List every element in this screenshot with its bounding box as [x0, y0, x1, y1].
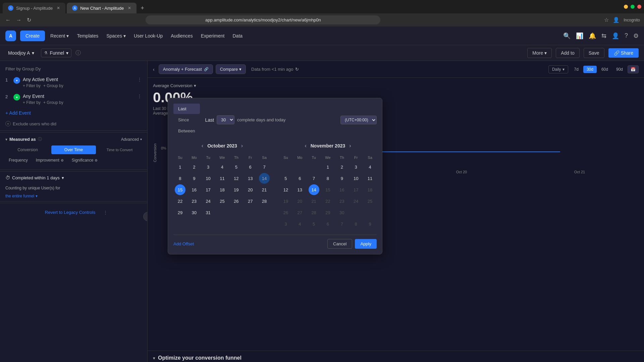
dp-nov-3[interactable]: 3 [351, 162, 361, 172]
dp-oct-10[interactable]: 10 [203, 173, 214, 184]
dp-oct-28[interactable]: 28 [259, 196, 270, 206]
nav-recent[interactable]: Recent ▾ [46, 31, 73, 41]
event-menu-1[interactable]: ⋮ [137, 77, 142, 82]
dp-oct-21[interactable]: 21 [259, 184, 270, 195]
dp-nov-prev[interactable]: ‹ [303, 141, 308, 150]
dp-nov-r6-2[interactable]: 4 [294, 219, 305, 229]
dp-add-offset-button[interactable]: Add Offset [173, 241, 194, 246]
entire-funnel[interactable]: the entire funnel ▾ [0, 192, 147, 200]
refresh-icon[interactable]: ↻ [295, 67, 299, 72]
dp-nov-24[interactable]: 24 [351, 196, 361, 206]
close-button[interactable] [637, 5, 641, 9]
dp-oct-2[interactable]: 2 [189, 162, 200, 172]
improvement-button[interactable]: Improvement ⚙ [33, 156, 67, 164]
save-button[interactable]: Save [584, 48, 604, 58]
chart-metric-label[interactable]: Average Conversion ▾ [153, 83, 639, 88]
dp-type-since[interactable]: Since [173, 115, 200, 125]
measured-info-icon[interactable]: ⓘ [38, 136, 42, 142]
filter-by-1[interactable]: + Filter by [23, 83, 41, 88]
tab-close-1[interactable]: ✕ [57, 6, 60, 10]
maximize-button[interactable] [631, 5, 635, 9]
dp-nov-13[interactable]: 13 [294, 184, 305, 195]
nav-user-lookup[interactable]: User Look-Up [130, 31, 167, 41]
create-button[interactable]: Create [20, 31, 45, 41]
toggle-arrow[interactable]: ▾ [5, 137, 7, 142]
reload-button[interactable]: ↻ [25, 15, 33, 24]
nav-spaces[interactable]: Spaces ▾ [102, 31, 130, 41]
compare-button[interactable]: Compare ▾ [216, 64, 246, 74]
dp-nov-r6-7[interactable]: 9 [365, 219, 375, 229]
dp-oct-15[interactable]: 15 [175, 184, 185, 195]
notifications-icon[interactable]: 🔔 [589, 32, 596, 40]
nav-data[interactable]: Data [228, 31, 247, 41]
tab-conversion[interactable]: Conversion [5, 145, 50, 154]
dp-type-last[interactable]: Last [173, 104, 200, 114]
dp-nov-18[interactable]: 18 [365, 184, 375, 195]
browser-tab-2[interactable]: A New Chart - Amplitude ✕ [67, 3, 137, 13]
share-button[interactable]: 🔗 Share [608, 48, 639, 58]
nav-experiment[interactable]: Experiment [197, 31, 229, 41]
dp-oct-26[interactable]: 26 [231, 196, 241, 206]
dp-oct-20[interactable]: 20 [245, 184, 256, 195]
dp-nov-19[interactable]: 19 [280, 196, 291, 206]
profile-icon[interactable]: 👤 [613, 17, 620, 23]
search-icon[interactable]: 🔍 [563, 32, 571, 40]
star-icon[interactable]: ☆ [604, 17, 609, 23]
preset-90d[interactable]: 90d [613, 66, 626, 73]
dp-next-month[interactable]: › [348, 141, 352, 150]
dp-nov-15[interactable]: 15 [322, 184, 333, 195]
tab-close-2[interactable]: ✕ [128, 6, 131, 10]
add-to-button[interactable]: Add to [556, 48, 579, 58]
dp-oct-1[interactable]: 1 [175, 162, 185, 172]
filter-by-2[interactable]: + Filter by [23, 100, 41, 105]
dp-oct-29[interactable]: 29 [175, 207, 185, 218]
dp-nov-12[interactable]: 12 [280, 184, 291, 195]
dp-oct-18[interactable]: 18 [217, 184, 227, 195]
advanced-button[interactable]: Advanced ▾ [121, 137, 142, 142]
dp-nov-14[interactable]: 14 [309, 184, 319, 195]
dp-nov-10[interactable]: 10 [351, 173, 361, 184]
dp-nov-28[interactable]: 28 [309, 207, 319, 218]
dp-nov-2[interactable]: 2 [336, 162, 347, 172]
event-menu-2[interactable]: ⋮ [137, 94, 142, 99]
group-by-1[interactable]: + Group by [43, 83, 63, 88]
dp-oct-8[interactable]: 8 [175, 173, 185, 184]
funnel-selector[interactable]: ⚗ Funnel ▾ [41, 49, 71, 57]
frequency-button[interactable]: Frequency [5, 156, 31, 164]
optimize-collapse-button[interactable]: ▾ [153, 356, 155, 361]
dp-oct-5[interactable]: 5 [231, 162, 241, 172]
dp-oct-9[interactable]: 9 [189, 173, 200, 184]
exclude-users-row[interactable]: + Exclude users who did [0, 118, 147, 129]
minimize-button[interactable] [624, 5, 628, 9]
dp-nov-r6-1[interactable]: 3 [280, 219, 291, 229]
preset-60d[interactable]: 60d [598, 66, 611, 73]
dp-oct-16[interactable]: 16 [189, 184, 200, 195]
dp-cancel-button[interactable]: Cancel [327, 239, 352, 249]
preset-7d[interactable]: 7d [571, 66, 582, 73]
dp-nov-8[interactable]: 8 [322, 173, 333, 184]
back-button[interactable]: ← [4, 16, 12, 24]
add-event-button[interactable]: + Add Event [0, 108, 147, 118]
dp-nov-30[interactable]: 30 [336, 207, 347, 218]
dp-oct-23[interactable]: 23 [189, 196, 200, 206]
forward-button[interactable]: → [15, 16, 23, 24]
dp-nov-11[interactable]: 11 [365, 173, 375, 184]
dp-nov-23[interactable]: 23 [336, 196, 347, 206]
revert-menu-button[interactable]: ⋮ [103, 210, 108, 215]
dp-oct-13[interactable]: 13 [245, 173, 256, 184]
info-icon[interactable]: ⓘ [75, 50, 81, 57]
dp-nov-9[interactable]: 9 [336, 173, 347, 184]
dp-nov-17[interactable]: 17 [351, 184, 361, 195]
dp-nov-20[interactable]: 20 [294, 196, 305, 206]
dp-nov-6[interactable]: 6 [294, 173, 305, 184]
dp-type-between[interactable]: Between [173, 126, 200, 136]
dp-oct-27[interactable]: 27 [245, 196, 256, 206]
tab-over-time[interactable]: Over Time [51, 145, 96, 154]
url-input[interactable] [146, 15, 380, 24]
dp-nov-r6-3[interactable]: 5 [309, 219, 319, 229]
dp-nov-r6-4[interactable]: 6 [322, 219, 333, 229]
custom-range-button[interactable]: 📅 [628, 65, 639, 73]
dp-oct-3[interactable]: 3 [203, 162, 214, 172]
dp-oct-12[interactable]: 12 [231, 173, 241, 184]
browser-tab-1[interactable]: A Signup - Amplitude ✕ [3, 3, 65, 13]
